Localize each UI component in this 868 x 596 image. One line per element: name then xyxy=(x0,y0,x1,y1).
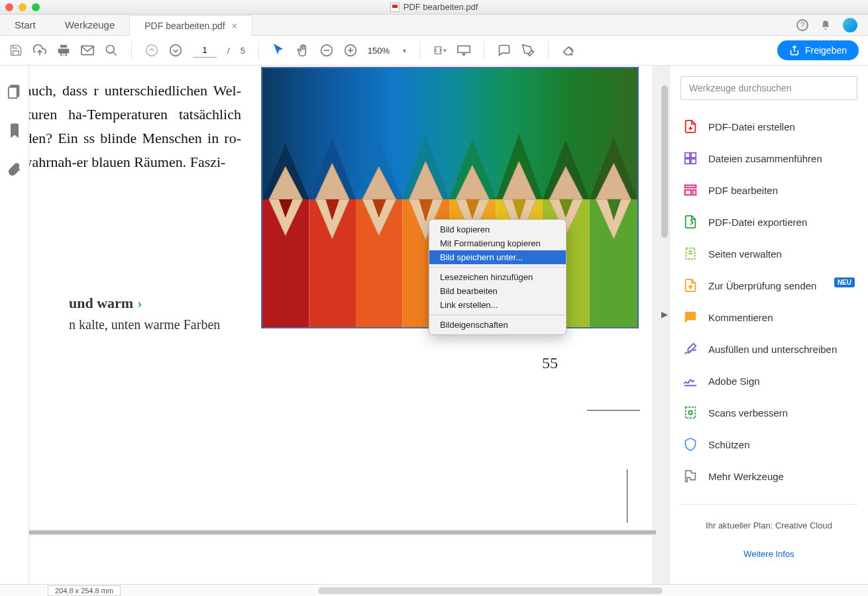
edit-pdf-icon xyxy=(683,183,698,197)
svg-point-73 xyxy=(688,411,692,415)
tab-document[interactable]: PDF bearbeiten.pdf × xyxy=(129,15,252,36)
tab-start[interactable]: Start xyxy=(0,15,50,35)
print-icon[interactable] xyxy=(57,44,70,57)
search-icon[interactable] xyxy=(105,44,118,57)
more-info-link[interactable]: Weitere Infos xyxy=(743,549,794,559)
tools-panel: Werkzeuge durchsuchen PDF-Datei erstelle… xyxy=(669,66,868,584)
svg-rect-65 xyxy=(685,190,691,195)
tool-combine[interactable]: Dateien zusammenführen xyxy=(678,142,860,174)
ctx-copy-image[interactable]: Bild kopieren xyxy=(429,223,566,236)
document-subheading: und warm› xyxy=(69,295,142,312)
tool-label: Ausfüllen und unterschreiben xyxy=(708,344,837,355)
hand-tool-icon[interactable] xyxy=(296,44,309,57)
email-icon[interactable] xyxy=(81,44,94,57)
main-toolbar: / 5 150% ▾ ▾ Freigeben xyxy=(0,36,868,66)
tool-create-pdf[interactable]: PDF-Datei erstellen xyxy=(678,111,860,142)
tool-more[interactable]: Mehr Werkzeuge xyxy=(678,460,860,492)
tool-edit-pdf[interactable]: PDF bearbeiten xyxy=(678,174,860,206)
tool-label: Zur Überprüfung senden xyxy=(708,280,816,291)
tool-label: Scans verbessern xyxy=(708,407,788,419)
svg-rect-62 xyxy=(685,159,690,164)
pdf-page-next xyxy=(29,536,652,584)
page-number-input[interactable] xyxy=(193,43,217,58)
collapse-right-panel-icon[interactable]: ▶ xyxy=(660,304,669,324)
svg-rect-66 xyxy=(693,190,696,195)
create-pdf-icon xyxy=(683,119,698,134)
comment-tool-icon[interactable] xyxy=(498,44,511,57)
ctx-copy-formatted[interactable]: Mit Formatierung kopieren xyxy=(429,236,566,250)
dropdown-caret-icon[interactable]: ▾ xyxy=(403,47,406,54)
page-up-icon[interactable] xyxy=(145,44,158,57)
zoom-in-icon[interactable] xyxy=(344,44,357,57)
ctx-create-link[interactable]: Link erstellen... xyxy=(429,298,566,312)
svg-rect-11 xyxy=(458,46,470,52)
zoom-level-select[interactable]: 150% xyxy=(368,46,392,56)
page-down-icon[interactable] xyxy=(169,44,182,57)
bookmark-icon[interactable] xyxy=(9,123,21,140)
highlight-tool-icon[interactable] xyxy=(521,44,535,57)
svg-rect-60 xyxy=(685,153,690,158)
more-icon xyxy=(683,469,698,483)
tool-organize[interactable]: Seiten verwalten xyxy=(678,238,860,270)
tool-send-review[interactable]: Zur Überprüfung sendenNEU xyxy=(678,270,860,301)
ctx-save-image-as[interactable]: Bild speichern unter... xyxy=(429,250,566,264)
ctx-add-bookmark[interactable]: Lesezeichen hinzufügen xyxy=(429,270,566,284)
protect-icon xyxy=(683,437,698,452)
ctx-image-properties[interactable]: Bildeigenschaften xyxy=(429,318,566,332)
notifications-icon[interactable] xyxy=(820,20,831,30)
ctx-edit-image[interactable]: Bild bearbeiten xyxy=(429,284,566,298)
window-title: PDF bearbeiten.pdf xyxy=(0,2,868,12)
window-title-text: PDF bearbeiten.pdf xyxy=(404,2,478,12)
tool-label: Seiten verwalten xyxy=(708,248,782,260)
tab-tools[interactable]: Werkzeuge xyxy=(50,15,130,35)
plan-text: Ihr aktueller Plan: Creative Cloud xyxy=(706,521,832,530)
new-badge: NEU xyxy=(834,277,855,287)
save-icon[interactable] xyxy=(9,44,23,57)
tool-label: Schützen xyxy=(708,439,750,450)
crop-mark-vert xyxy=(627,470,640,522)
combine-icon xyxy=(683,151,698,166)
share-icon xyxy=(789,45,800,56)
attachment-icon[interactable] xyxy=(8,162,21,179)
help-icon[interactable]: ? xyxy=(796,19,808,31)
tool-fill-sign[interactable]: Ausfüllen und unterschreiben xyxy=(678,333,860,365)
fit-page-icon[interactable] xyxy=(457,44,470,57)
account-avatar[interactable] xyxy=(843,18,857,32)
svg-point-1 xyxy=(107,46,115,54)
select-tool-icon[interactable] xyxy=(272,44,286,57)
svg-rect-63 xyxy=(691,159,696,164)
page-number-text: 55 xyxy=(542,354,558,372)
tool-label: Mehr Werkzeuge xyxy=(708,471,784,482)
vertical-scrollbar[interactable] xyxy=(661,85,668,238)
page-separator: / xyxy=(227,46,230,56)
tool-protect[interactable]: Schützen xyxy=(678,428,860,460)
cloud-icon[interactable] xyxy=(33,44,46,57)
tool-label: Kommentieren xyxy=(708,312,773,323)
tab-document-label: PDF bearbeiten.pdf xyxy=(144,21,225,31)
thumbnails-icon[interactable] xyxy=(7,84,22,101)
status-bar: 204,8 x 254,8 mm xyxy=(0,584,868,596)
svg-rect-64 xyxy=(685,185,696,188)
enhance-icon xyxy=(683,405,698,420)
fit-width-icon[interactable]: ▾ xyxy=(433,44,447,57)
svg-line-2 xyxy=(113,52,117,56)
erase-tool-icon[interactable] xyxy=(562,44,575,57)
tool-label: PDF-Datei erstellen xyxy=(708,121,795,132)
tool-export[interactable]: PDF-Datei exportieren xyxy=(678,206,860,238)
context-menu: Bild kopieren Mit Formatierung kopieren … xyxy=(429,219,567,335)
send-review-icon xyxy=(683,278,698,293)
pdf-file-icon xyxy=(390,3,400,12)
tools-search-input[interactable]: Werkzeuge durchsuchen xyxy=(680,76,857,100)
zoom-out-icon[interactable] xyxy=(320,44,333,57)
horizontal-scrollbar[interactable] xyxy=(318,587,663,594)
document-caption: n kalte, unten warme Farben xyxy=(69,317,220,332)
document-viewport[interactable]: ◀ er wussten Sie auch, dass r unterschie… xyxy=(29,66,669,584)
page-dimensions: 204,8 x 254,8 mm xyxy=(48,585,121,596)
tool-adobe-sign[interactable]: Adobe Sign xyxy=(678,365,860,397)
close-tab-icon[interactable]: × xyxy=(232,21,237,31)
tool-comment[interactable]: Kommentieren xyxy=(678,301,860,333)
tool-enhance[interactable]: Scans verbessern xyxy=(678,397,860,428)
share-button[interactable]: Freigeben xyxy=(777,40,859,60)
svg-rect-0 xyxy=(81,46,93,54)
page-total: 5 xyxy=(241,46,245,56)
